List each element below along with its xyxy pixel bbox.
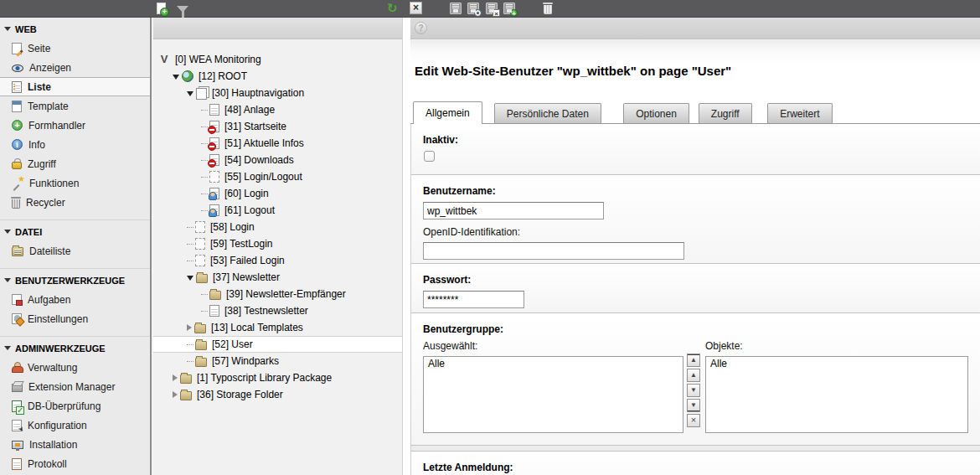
tree-node-downloads[interactable]: [54] Downloads bbox=[153, 152, 402, 168]
menu-section-benutzerwerkzeuge[interactable]: BENUTZERWERKZEUGE bbox=[0, 271, 150, 290]
tree-node-user[interactable]: [52] User bbox=[153, 336, 402, 353]
menu-section-web[interactable]: WEB bbox=[0, 19, 150, 39]
save-button[interactable] bbox=[450, 2, 464, 16]
save-and-new-button[interactable] bbox=[503, 2, 518, 16]
sidebar-item-formhandler[interactable]: Formhandler bbox=[0, 116, 150, 135]
tab-optionen[interactable]: Optionen bbox=[623, 103, 689, 123]
sidebar-item-zugriff[interactable]: Zugriff bbox=[0, 154, 150, 173]
objekte-listbox[interactable]: Alle bbox=[705, 356, 968, 433]
save-and-view-button[interactable] bbox=[467, 2, 482, 16]
sidebar-item-label: Konfiguration bbox=[28, 420, 87, 431]
menu-section-adminwerkzeuge[interactable]: ADMINWERKZEUGE bbox=[0, 338, 150, 358]
sidebar-item-label: Protokoll bbox=[28, 458, 67, 470]
sidebar-item-extension-manager[interactable]: Extension Manager bbox=[0, 377, 150, 396]
inaktiv-checkbox[interactable] bbox=[424, 151, 435, 162]
ausgewaehlt-listbox[interactable]: Alle bbox=[423, 356, 683, 433]
tree-node-startseite[interactable]: [31] Startseite bbox=[153, 118, 402, 135]
group-buttons: ▲▲▼▼× bbox=[683, 340, 704, 429]
benutzername-input[interactable] bbox=[423, 202, 604, 219]
sidebar-item-installation[interactable]: Installation bbox=[0, 435, 150, 454]
tree-node-anlage[interactable]: [48] Anlage bbox=[153, 101, 402, 118]
openid-input[interactable] bbox=[423, 242, 684, 260]
section-inaktiv: Inaktiv: bbox=[411, 124, 980, 175]
ausgewaehlt-item[interactable]: Alle bbox=[424, 357, 683, 370]
move-to-top-button[interactable]: ▲ bbox=[687, 354, 700, 367]
tree-node-label: [52] User bbox=[212, 338, 253, 350]
refresh-tree-button[interactable] bbox=[387, 1, 401, 15]
tree-node-login[interactable]: [60] Login bbox=[153, 185, 402, 202]
tab-allgemein[interactable]: Allgemein bbox=[413, 101, 482, 123]
sidebar-item-label: Dateiliste bbox=[29, 245, 70, 257]
tree-node-logout[interactable]: [61] Logout bbox=[153, 202, 402, 219]
tree-node-newsletter-empf-nger[interactable]: [39] Newsletter-Empfänger bbox=[153, 286, 402, 302]
tree-node-hauptnavigation[interactable]: [30] Hauptnavigation bbox=[153, 85, 402, 101]
tab-erweitert[interactable]: Erweitert bbox=[767, 103, 832, 123]
move-to-bottom-button[interactable]: ▼ bbox=[687, 399, 700, 412]
sidebar-item-label: Funktionen bbox=[29, 178, 79, 189]
sidebar-item-info[interactable]: Info bbox=[0, 135, 150, 154]
sidebar-item-db-berpr-fung[interactable]: DB-Überprüfung bbox=[0, 396, 150, 416]
sidebar-item-aufgaben[interactable]: Aufgaben bbox=[0, 290, 150, 309]
tree-scrollbar[interactable] bbox=[402, 18, 410, 475]
sidebar-item-einstellungen[interactable]: Einstellungen bbox=[0, 309, 150, 328]
tree-node-windparks[interactable]: [57] Windparks bbox=[153, 353, 402, 369]
sidebar-item-recycler[interactable]: Recycler bbox=[0, 193, 150, 212]
collapse-icon[interactable] bbox=[187, 276, 193, 281]
help-icon[interactable] bbox=[415, 22, 427, 34]
remove-button[interactable]: × bbox=[687, 414, 700, 427]
tree-node-login[interactable]: [58] Login bbox=[153, 219, 402, 235]
new-page-button[interactable] bbox=[157, 2, 171, 16]
filter-button[interactable] bbox=[177, 2, 191, 16]
sidebar-item-dateiliste[interactable]: Dateiliste bbox=[0, 241, 150, 261]
sidebar-item-verwaltung[interactable]: Verwaltung bbox=[0, 358, 150, 377]
folder-icon bbox=[196, 274, 208, 283]
sidebar-item-funktionen[interactable]: Funktionen bbox=[0, 173, 150, 193]
tree-node-failed-login[interactable]: [53] Failed Login bbox=[153, 252, 402, 269]
tab-zugriff[interactable]: Zugriff bbox=[699, 103, 752, 123]
expand-icon[interactable] bbox=[173, 391, 178, 398]
tree-node-label: [12] ROOT bbox=[199, 70, 247, 82]
tree-node-testnewsletter[interactable]: [38] Testnewsletter bbox=[153, 302, 402, 319]
sidebar-item-anzeigen[interactable]: Anzeigen bbox=[0, 58, 150, 77]
sidebar-item-template[interactable]: Template bbox=[0, 96, 150, 116]
page-dashed-icon bbox=[195, 221, 205, 233]
tree-node-typoscript-library-package[interactable]: [1] Typoscript Library Package bbox=[153, 369, 402, 386]
tree-node-label: [57] Windparks bbox=[212, 355, 279, 367]
tree-node-newsletter[interactable]: [37] Newsletter bbox=[153, 269, 402, 286]
sidebar-item-seite[interactable]: Seite bbox=[0, 39, 150, 58]
sidebar-item-protokoll[interactable]: Protokoll bbox=[0, 454, 150, 473]
tree-node-label: [61] Logout bbox=[224, 204, 275, 216]
tree-node-aktuelle-infos[interactable]: [51] Aktuelle Infos bbox=[153, 135, 402, 152]
log-icon bbox=[12, 458, 22, 470]
close-document-button[interactable] bbox=[410, 2, 424, 16]
save-and-close-button[interactable] bbox=[486, 2, 500, 16]
db-check-icon bbox=[12, 400, 22, 412]
menu-section-datei[interactable]: DATEI bbox=[0, 222, 150, 241]
collapse-icon[interactable] bbox=[187, 91, 193, 96]
passwort-input[interactable] bbox=[423, 291, 524, 308]
eye-icon bbox=[12, 65, 23, 72]
module-menu: WEBSeiteAnzeigenListeTemplateFormhandler… bbox=[0, 18, 152, 475]
tree-node-root[interactable]: [12] ROOT bbox=[153, 68, 402, 85]
tree-node-storage-folder[interactable]: [36] Storage Folder bbox=[153, 386, 402, 403]
sidebar-item-liste[interactable]: Liste bbox=[0, 77, 150, 96]
benutzername-label: Benutzername: bbox=[423, 185, 980, 197]
tree-node-wea-monitoring[interactable]: [0] WEA Monitoring bbox=[153, 51, 402, 68]
delete-record-button[interactable] bbox=[544, 2, 558, 16]
expand-icon[interactable] bbox=[173, 374, 178, 381]
section-label: BENUTZERWERKZEUGE bbox=[15, 276, 125, 286]
save-new-icon bbox=[503, 3, 515, 14]
objekte-item[interactable]: Alle bbox=[706, 357, 967, 370]
move-up-button[interactable]: ▲ bbox=[687, 369, 700, 382]
page-user-icon bbox=[209, 204, 219, 216]
tab-pers-nliche-daten[interactable]: Persönliche Daten bbox=[494, 103, 601, 123]
folder-icon bbox=[195, 341, 207, 350]
tree-node-login-logout[interactable]: [55] Login/Logout bbox=[153, 168, 402, 185]
tree-node-local-templates[interactable]: [13] Local Templates bbox=[153, 319, 402, 336]
move-down-button[interactable]: ▼ bbox=[687, 384, 700, 397]
expand-icon[interactable] bbox=[187, 324, 192, 331]
collapse-icon[interactable] bbox=[173, 75, 179, 80]
tree-node-label: [54] Downloads bbox=[224, 154, 294, 166]
tree-node-testlogin[interactable]: [59] TestLogin bbox=[153, 235, 402, 252]
sidebar-item-konfiguration[interactable]: Konfiguration bbox=[0, 416, 150, 435]
